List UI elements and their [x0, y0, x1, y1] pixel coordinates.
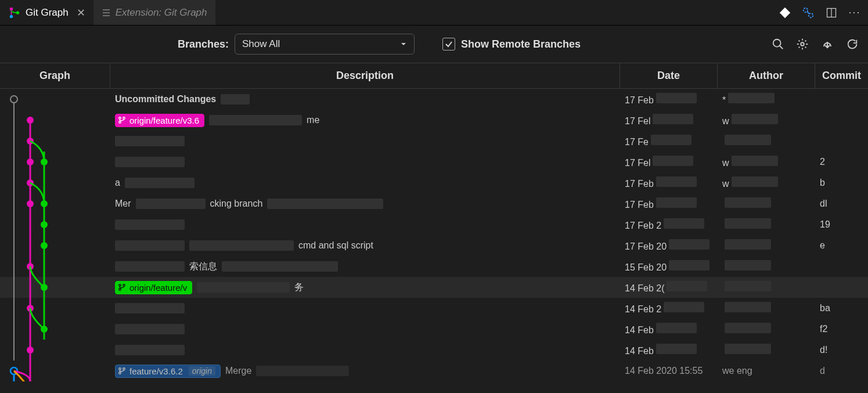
commit-list: Uncommitted Changes17 Feb*origin/feature… [0, 89, 868, 381]
commit-cell: ba [815, 303, 868, 313]
branch-name: origin/feature/v [129, 283, 187, 293]
svg-point-30 [119, 121, 121, 124]
commit-message: a [115, 178, 120, 188]
redacted-text [656, 176, 697, 187]
commit-cell: 19 [815, 219, 868, 230]
author-value: w [722, 158, 729, 168]
show-remote-checkbox[interactable] [442, 38, 455, 51]
commit-row[interactable]: Uncommitted Changes17 Feb* [0, 89, 868, 110]
git-graph-icon [8, 6, 21, 19]
more-icon[interactable]: ··· [848, 6, 861, 19]
redacted-text [653, 156, 693, 166]
split-editor-icon[interactable] [825, 6, 838, 19]
list-icon [102, 8, 111, 17]
redacted-text [669, 260, 709, 271]
git-graph-toolbar: Branches: Show All Show Remote Branches [0, 26, 868, 63]
author-cell: * [718, 93, 815, 106]
date-value: 14 Feb [625, 346, 654, 356]
tab-extension[interactable]: Extension: Git Graph [93, 0, 215, 25]
svg-point-33 [119, 289, 121, 291]
branch-badge[interactable]: origin/feature/v3.6 [115, 114, 204, 127]
date-cell: 17 Feb 20 [620, 239, 718, 252]
commit-row[interactable]: feature/v3.6.2origin Merge14 Feb 2020 15… [0, 360, 868, 381]
redacted-text [656, 93, 697, 103]
svg-point-29 [119, 117, 121, 120]
commit-cell: b [815, 178, 868, 188]
col-description[interactable]: Description [110, 63, 620, 88]
commit-cell: d [815, 366, 868, 376]
commit-value: 2 [820, 157, 825, 167]
table-header: Graph Description Date Author Commit [0, 63, 868, 89]
refresh-icon[interactable] [846, 38, 859, 51]
commit-cell: f2 [815, 324, 868, 334]
redacted-text [725, 135, 771, 145]
description-cell [110, 136, 620, 146]
commit-cell: 2 [815, 157, 868, 167]
author-cell [718, 302, 815, 315]
description-cell [110, 157, 620, 167]
col-graph[interactable]: Graph [0, 63, 110, 88]
commit-row[interactable]: 14 Febf2 [0, 319, 868, 340]
commit-row[interactable]: 14 Feb 2ba [0, 298, 868, 319]
close-icon[interactable]: ✕ [77, 6, 85, 19]
diamond-icon[interactable] [779, 6, 791, 19]
commit-message-mid: 索信息 [189, 261, 217, 273]
date-cell: 14 Feb 2020 15:55 [620, 366, 718, 376]
branch-icon [118, 116, 126, 124]
tab-label: Extension: Git Graph [116, 7, 207, 19]
date-cell: 17 Fel [620, 156, 718, 168]
commit-row[interactable]: origin/feature/v务14 Feb 2( [0, 277, 868, 298]
col-date[interactable]: Date [620, 63, 718, 88]
commit-row[interactable]: cmd and sql script17 Feb 20e [0, 235, 868, 256]
svg-point-31 [123, 117, 125, 120]
col-commit[interactable]: Commit [815, 63, 868, 88]
author-cell [718, 197, 815, 210]
author-cell [718, 239, 815, 252]
description-cell: feature/v3.6.2origin Merge [110, 365, 620, 378]
fetch-icon[interactable] [820, 37, 834, 51]
redacted-text [725, 344, 771, 354]
commit-row[interactable]: 14 Febd! [0, 340, 868, 360]
date-cell: 17 Feb [620, 176, 718, 189]
commit-row[interactable]: Mercking branch17 Febdl [0, 193, 868, 214]
redacted-text [664, 302, 704, 312]
date-value: 17 Fel [625, 116, 650, 126]
commit-row[interactable]: 17 Felw2 [0, 152, 868, 172]
commit-row[interactable]: a17 Febwb [0, 172, 868, 193]
description-cell: a [110, 178, 620, 188]
col-author[interactable]: Author [718, 63, 815, 88]
commit-row[interactable]: 索信息15 Feb 20 [0, 256, 868, 277]
svg-point-37 [123, 368, 125, 370]
redacted-text [653, 114, 693, 124]
author-cell [718, 344, 815, 356]
search-icon[interactable] [772, 38, 784, 51]
description-cell [110, 324, 620, 334]
description-cell: 索信息 [110, 261, 620, 273]
branch-badge[interactable]: origin/feature/v [115, 281, 192, 294]
commit-row[interactable]: 17 Feb 219 [0, 214, 868, 235]
branch-name: feature/v3.6.2 [129, 366, 183, 376]
date-cell: 17 Fel [620, 114, 718, 127]
redacted-text [732, 114, 778, 124]
redacted-text [125, 178, 195, 188]
redacted-text [115, 136, 185, 146]
branch-badge[interactable]: feature/v3.6.2origin [115, 365, 221, 378]
author-cell [718, 218, 815, 231]
redacted-text [656, 197, 697, 208]
description-cell [110, 219, 620, 230]
date-value: 17 Feb 2 [625, 221, 661, 230]
author-cell: we eng [718, 366, 815, 376]
tab-git-graph[interactable]: Git Graph ✕ [0, 0, 93, 25]
author-value: w [722, 179, 729, 189]
commit-row[interactable]: 17 Fe [0, 131, 868, 152]
commit-row[interactable]: origin/feature/v3.6me17 Felw [0, 110, 868, 131]
redacted-text [732, 156, 778, 166]
gear-icon[interactable] [796, 38, 809, 51]
author-cell: w [718, 176, 815, 189]
diff-icon[interactable] [802, 6, 815, 19]
description-cell [110, 345, 620, 355]
commit-message-tail: 务 [294, 282, 304, 294]
branches-select[interactable]: Show All [235, 34, 415, 55]
commit-message-tail: cmd and sql script [298, 240, 373, 251]
commit-value: dl [820, 199, 827, 208]
